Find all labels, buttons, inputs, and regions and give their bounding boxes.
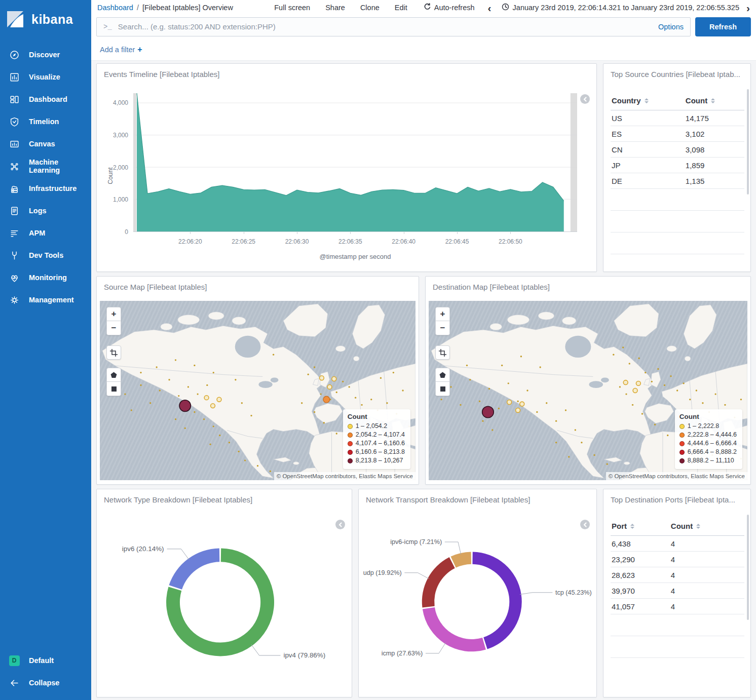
map-point [235, 379, 236, 380]
table-scrollbar[interactable] [747, 89, 749, 195]
y-tick-label: 0 [125, 228, 128, 236]
map-point [632, 404, 633, 406]
panel-prev-chevron-button[interactable] [580, 520, 590, 529]
kibana-logo-text: kibana [31, 12, 73, 27]
map-point [380, 377, 382, 379]
map-point [450, 386, 451, 387]
zoom-in-button[interactable]: + [106, 307, 121, 321]
menu-item-share[interactable]: Share [325, 4, 345, 12]
map-point [482, 420, 483, 422]
timeline-plot-area[interactable] [133, 93, 577, 232]
map-point [479, 401, 480, 402]
source-map[interactable]: +−Count1 – 2,054.22,054.2 – 4,107.44,107… [100, 301, 415, 480]
sidebar-item-discover[interactable]: Discover [0, 44, 91, 66]
query-options-link[interactable]: Options [658, 23, 684, 31]
map-point [508, 382, 509, 384]
map-point [526, 390, 528, 391]
collapse-button[interactable]: Collapse [0, 672, 91, 694]
network-type-donut[interactable]: ipv4 (79.86%)ipv6 (20.14%) [97, 489, 352, 697]
sidebar-item-dashboard[interactable]: Dashboard [0, 88, 91, 110]
map-point [539, 366, 541, 368]
time-range-picker[interactable]: January 23rd 2019, 22:06:14.321 to Janua… [502, 3, 739, 12]
x-tick-label: 22:06:50 [499, 238, 522, 245]
rectangle-draw-icon[interactable] [106, 382, 121, 396]
map-point [175, 359, 176, 361]
map-point [213, 425, 214, 427]
auto-refresh-button[interactable]: Auto-refresh [424, 3, 475, 12]
sidebar-item-label: Canvas [29, 140, 55, 148]
panel-title: Top Source Countries [Filebeat Iptab... [611, 70, 743, 79]
polygon-draw-icon[interactable] [435, 368, 450, 382]
menu-item-full-screen[interactable]: Full screen [274, 4, 310, 12]
donut-slice-icmp[interactable] [423, 607, 486, 651]
sidebar-item-label: Monitoring [29, 274, 67, 282]
breadcrumb-dashboard[interactable]: Dashboard [97, 4, 133, 12]
column-header-country[interactable]: Country [611, 92, 685, 110]
sidebar-item-visualize[interactable]: Visualize [0, 66, 91, 88]
space-switcher-default[interactable]: D Default [0, 649, 91, 672]
map-point [641, 413, 643, 414]
add-filter-button[interactable]: Add a filter+ [100, 45, 142, 54]
fit-bounds-crop-icon[interactable] [106, 345, 121, 360]
sidebar-item-management[interactable]: Management [0, 289, 91, 311]
map-controls: +− [435, 307, 450, 396]
zoom-out-button[interactable]: − [435, 321, 450, 335]
map-point [613, 354, 614, 356]
map-point [175, 418, 176, 420]
menu-item-clone[interactable]: Clone [360, 4, 380, 12]
query-prompt-icon: >_ [103, 23, 112, 31]
map-point [440, 399, 442, 400]
destination-map[interactable]: +−Count1 – 2,222.82,222.8 – 4,444.64,444… [429, 301, 747, 480]
map-point [273, 354, 274, 356]
search-input[interactable] [118, 22, 653, 31]
refresh-button[interactable]: Refresh [695, 17, 751, 36]
column-header-count[interactable]: Count [685, 92, 744, 110]
search-box: >_ Options [96, 17, 691, 36]
legend-title: Count [679, 413, 737, 420]
column-header-count[interactable]: Count [670, 518, 744, 536]
map-point [593, 454, 595, 456]
legend-row: 1 – 2,054.2 [348, 422, 405, 431]
time-forward-chevron[interactable]: › [746, 3, 750, 13]
donut-slice-ipv6[interactable] [169, 548, 220, 589]
donut-slice-tcp[interactable] [472, 552, 521, 649]
panel-title: Events Timeline [Filebeat Iptables] [104, 70, 589, 79]
kibana-logo[interactable]: kibana [0, 0, 91, 32]
network-transport-donut[interactable]: tcp (45.23%)icmp (27.63%)udp (19.92%)ipv… [359, 489, 596, 697]
fit-bounds-crop-icon[interactable] [435, 345, 450, 360]
donut-slice-udp[interactable] [422, 557, 455, 608]
sidebar-item-dev-tools[interactable]: Dev Tools [0, 244, 91, 266]
x-tick-mark [244, 231, 244, 234]
sidebar-item-infrastructure[interactable]: Infrastructure [0, 177, 91, 200]
sidebar-item-monitoring[interactable]: Monitoring [0, 266, 91, 289]
panel-source-map: Source Map [Filebeat Iptables] +−Count1 … [96, 276, 419, 485]
donut-slice-label: tcp (45.23%) [555, 589, 592, 596]
panel-prev-chevron-button[interactable] [335, 520, 345, 529]
map-point [607, 463, 608, 464]
map-point [238, 451, 239, 452]
timeline-chart[interactable]: Count 01,0002,0003,0004,000 22:06:2022:0… [104, 93, 589, 266]
y-tick-label: 4,000 [113, 99, 128, 106]
panel-prev-chevron-button[interactable] [580, 94, 590, 104]
zoom-out-button[interactable]: − [106, 321, 121, 335]
sidebar-item-machine-learning[interactable]: Machine Learning [0, 155, 91, 177]
map-point [156, 366, 157, 368]
time-back-chevron[interactable]: ‹ [488, 3, 492, 13]
map-legend: Count1 – 2,054.22,054.2 – 4,107.44,107.4… [343, 409, 410, 469]
sort-icon [630, 524, 634, 529]
sidebar-item-logs[interactable]: Logs [0, 200, 91, 222]
rectangle-draw-icon[interactable] [435, 382, 450, 396]
menu-item-edit[interactable]: Edit [395, 4, 407, 12]
panel-title: Source Map [Filebeat Iptables] [104, 283, 411, 291]
sidebar-item-canvas[interactable]: Canvas [0, 133, 91, 155]
map-bucket-point [636, 381, 640, 385]
zoom-in-button[interactable]: + [435, 307, 450, 321]
table-scrollbar[interactable] [747, 515, 749, 620]
map-point [336, 392, 337, 393]
sidebar-item-apm[interactable]: APM [0, 222, 91, 244]
map-bucket-point [633, 388, 637, 393]
canvas-frame-icon [9, 138, 20, 149]
column-header-port[interactable]: Port [611, 518, 670, 536]
sidebar-item-timelion[interactable]: Timelion [0, 110, 91, 133]
polygon-draw-icon[interactable] [106, 368, 121, 382]
